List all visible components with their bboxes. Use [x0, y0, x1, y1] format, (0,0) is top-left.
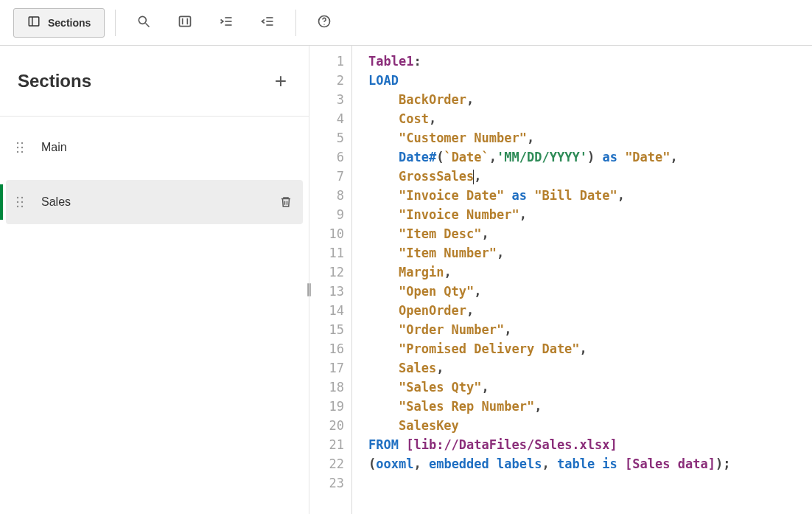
line-number: 8: [309, 186, 344, 205]
token-ident: "Open Qty": [399, 284, 474, 299]
toolbar-separator: [115, 10, 116, 36]
svg-point-22: [21, 197, 23, 198]
line-number: 21: [309, 435, 344, 454]
line-number: 12: [309, 263, 344, 282]
token-punct: :: [413, 54, 421, 69]
search-button[interactable]: [126, 8, 161, 38]
sidebar-header: Sections +: [0, 46, 309, 117]
line-number: 22: [309, 454, 344, 473]
svg-point-15: [17, 142, 18, 144]
token-punct: (: [436, 150, 444, 164]
token-ident: "Customer Number": [399, 131, 527, 145]
outdent-icon: [260, 14, 275, 31]
svg-point-23: [17, 201, 18, 203]
token-ident: "Item Number": [399, 246, 497, 260]
token-ident: Sales: [399, 361, 436, 375]
token-keyword: table is: [557, 456, 617, 471]
indent-button[interactable]: [209, 8, 244, 38]
token-punct: ,: [580, 341, 587, 356]
token-bracket: [lib://DataFiles/Sales.xlsx]: [406, 437, 617, 452]
token-keyword: embedded labels: [429, 456, 542, 471]
toolbar: Sections: [0, 0, 812, 46]
code-line: Cost,: [368, 109, 812, 128]
token-ident: OpenOrder: [399, 303, 466, 318]
token-punct: ,: [497, 246, 504, 260]
token-ident: "Bill Date": [534, 188, 617, 203]
code-line: "Item Number",: [368, 243, 812, 263]
line-number: 23: [309, 473, 344, 493]
token-punct: ,: [542, 456, 556, 471]
code-line: "Promised Delivery Date",: [368, 339, 812, 358]
line-number: 9: [309, 205, 344, 224]
token-keyword: ooxml: [376, 456, 413, 471]
token-punct: ): [587, 150, 595, 164]
token-punct: ,: [474, 169, 481, 184]
help-button[interactable]: [307, 8, 342, 38]
token-punct: ,: [489, 150, 497, 164]
comment-button[interactable]: [167, 8, 203, 38]
token-label: Table1: [368, 54, 413, 69]
line-number: 13: [309, 282, 344, 301]
script-editor[interactable]: 1234567891011121314151617181920212223 Ta…: [309, 46, 812, 514]
token-punct: ,: [527, 131, 534, 145]
token-punct: (: [368, 456, 376, 471]
code-line: "Customer Number",: [368, 128, 812, 147]
section-item[interactable]: Sales: [6, 180, 303, 224]
code-line: OpenOrder,: [368, 301, 812, 320]
line-number: 7: [309, 167, 344, 186]
token-punct: ,: [671, 150, 678, 164]
section-label: Main: [41, 141, 294, 154]
drag-handle-icon[interactable]: [15, 139, 25, 156]
svg-point-24: [21, 201, 23, 203]
line-number: 15: [309, 320, 344, 339]
token-ident: Margin: [399, 265, 444, 279]
token-punct: ,: [474, 284, 481, 299]
token-ident: "Sales Qty": [399, 380, 482, 395]
add-section-button[interactable]: +: [270, 71, 291, 91]
line-number: 4: [309, 109, 344, 128]
delete-section-button[interactable]: [279, 195, 294, 209]
token-punct: ,: [519, 207, 527, 222]
token-ident: "Item Desc": [399, 226, 482, 241]
svg-point-25: [17, 206, 18, 207]
token-ident: `Date`: [444, 150, 489, 164]
svg-point-26: [21, 206, 23, 207]
token-punct: ,: [482, 380, 489, 395]
code-area[interactable]: Table1:LOAD BackOrder, Cost, "Customer N…: [352, 46, 812, 514]
resize-handle-icon: ∥: [306, 281, 312, 297]
section-item[interactable]: Main: [6, 125, 303, 170]
indent-icon: [219, 14, 234, 31]
code-line: (ooxml, embedded labels, table is [Sales…: [368, 454, 812, 473]
line-number: 10: [309, 224, 344, 243]
code-line: SalesKey: [368, 416, 812, 435]
help-icon: [317, 14, 332, 31]
code-line: "Invoice Number",: [368, 205, 812, 224]
sidebar-resize-handle[interactable]: ∥: [304, 280, 313, 298]
sections-sidebar: Sections + MainSales ∥: [0, 46, 309, 514]
token-punct: ,: [466, 303, 474, 318]
token-ident: "Date": [625, 150, 670, 164]
sections-toggle-button[interactable]: Sections: [13, 8, 105, 38]
token-punct: ,: [413, 456, 428, 471]
code-line: "Sales Rep Number",: [368, 397, 812, 416]
token-ident: Cost: [399, 111, 429, 126]
line-number: 20: [309, 416, 344, 435]
token-punct: ,: [617, 188, 625, 203]
token-ident: "Order Number": [399, 322, 504, 337]
token-ident: "Invoice Number": [399, 207, 519, 222]
outdent-button[interactable]: [250, 8, 285, 38]
code-line: BackOrder,: [368, 90, 812, 109]
code-line: [368, 473, 812, 493]
svg-point-19: [17, 151, 18, 153]
drag-handle-icon[interactable]: [15, 194, 25, 210]
svg-rect-0: [29, 17, 39, 26]
line-number: 14: [309, 301, 344, 320]
sections-button-label: Sections: [48, 17, 91, 29]
token-ident: GrossSales: [399, 169, 474, 184]
token-keyword: LOAD: [368, 73, 399, 88]
svg-point-2: [139, 16, 147, 24]
token-func: Date#: [399, 150, 436, 164]
code-line: LOAD: [368, 71, 812, 90]
code-line: "Invoice Date" as "Bill Date",: [368, 186, 812, 205]
code-line: "Item Desc",: [368, 224, 812, 243]
